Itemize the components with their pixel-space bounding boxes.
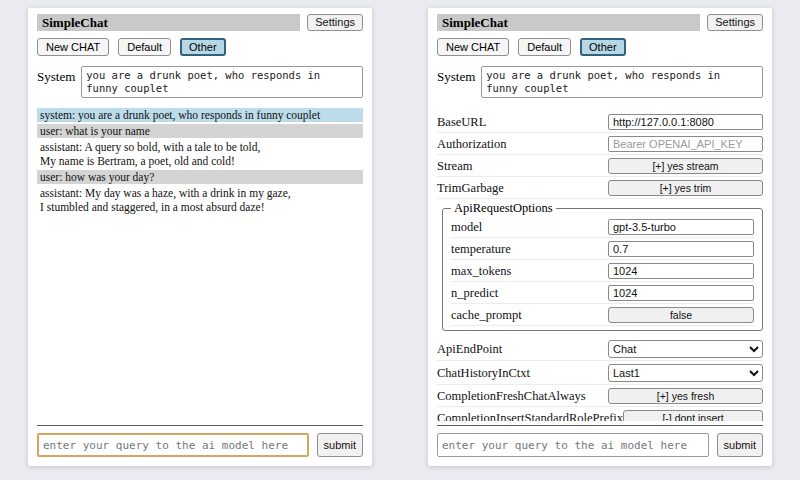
session-tab-default[interactable]: Default (118, 38, 171, 56)
setting-control-stream: [+] yes stream (608, 158, 763, 174)
api-request-options-fieldset: ApiRequestOptions modeltemperaturemax_to… (442, 201, 763, 331)
setting-row-cache-prompt: cache_promptfalse (451, 305, 754, 326)
setting-control-temperature (608, 241, 754, 257)
setting-control-n-predict (608, 285, 754, 301)
setting-label-stream: Stream (437, 159, 608, 174)
setting-label-temperature: temperature (451, 242, 608, 257)
setting-row-stream: Stream[+] yes stream (437, 156, 763, 177)
setting-cache-prompt-toggle[interactable]: false (608, 307, 754, 323)
setting-n-predict-input[interactable] (608, 285, 754, 301)
setting-max-tokens-input[interactable] (608, 263, 754, 279)
setting-trimgarbage-toggle[interactable]: [+] yes trim (608, 180, 763, 196)
chat-message-list: system: you are a drunk poet, who respon… (37, 108, 363, 421)
settings-rows-top: BaseURLAuthorizationStream[+] yes stream… (437, 112, 763, 199)
query-divider (37, 425, 363, 426)
setting-control-completioninsertstandardroleprefix: [-] dont insert (623, 410, 763, 421)
setting-row-trimgarbage: TrimGarbage[+] yes trim (437, 178, 763, 199)
chat-panel: SimpleChat Settings New CHAT Default Oth… (28, 8, 372, 466)
system-prompt-row: System you are a drunk poet, who respond… (37, 66, 363, 98)
submit-button[interactable]: submit (717, 433, 763, 457)
setting-row-completioninsertstandardroleprefix: CompletionInsertStandardRolePrefix[-] do… (437, 408, 763, 421)
chat-message-system: system: you are a drunk poet, who respon… (37, 108, 363, 122)
system-prompt-row: System you are a drunk poet, who respond… (437, 66, 763, 98)
setting-row-temperature: temperature (451, 239, 754, 260)
setting-control-baseurl (608, 114, 763, 130)
setting-control-authorization (608, 136, 763, 152)
setting-model-input[interactable] (608, 219, 754, 235)
new-chat-button[interactable]: New CHAT (37, 38, 109, 56)
query-row: submit (437, 433, 763, 457)
setting-stream-toggle[interactable]: [+] yes stream (608, 158, 763, 174)
settings-form: BaseURLAuthorizationStream[+] yes stream… (437, 112, 763, 421)
setting-label-chathistoryinctxt: ChatHistoryInCtxt (437, 366, 608, 381)
session-toolbar: New CHAT Default Other (437, 38, 763, 56)
setting-authorization-input[interactable] (608, 136, 763, 152)
query-divider (437, 425, 763, 426)
setting-completioninsertstandardroleprefix-toggle[interactable]: [-] dont insert (623, 410, 763, 421)
query-row: submit (37, 433, 363, 457)
setting-label-n-predict: n_predict (451, 286, 608, 301)
setting-label-completionfreshchatalways: CompletionFreshChatAlways (437, 389, 608, 404)
page: SimpleChat Settings New CHAT Default Oth… (0, 0, 800, 474)
submit-button[interactable]: submit (317, 433, 363, 457)
settings-rows-bottom: ApiEndPointChatChatHistoryInCtxtLast1Com… (437, 338, 763, 421)
setting-label-baseurl: BaseURL (437, 115, 608, 130)
system-prompt-input[interactable]: you are a drunk poet, who responds in fu… (81, 66, 363, 98)
system-prompt-input[interactable]: you are a drunk poet, who responds in fu… (481, 66, 763, 98)
setting-label-model: model (451, 220, 608, 235)
setting-label-completioninsertstandardroleprefix: CompletionInsertStandardRolePrefix (437, 411, 623, 422)
setting-row-max-tokens: max_tokens (451, 261, 754, 282)
settings-panel: SimpleChat Settings New CHAT Default Oth… (428, 8, 772, 466)
setting-baseurl-input[interactable] (608, 114, 763, 130)
setting-row-authorization: Authorization (437, 134, 763, 155)
setting-control-chathistoryinctxt: Last1 (608, 364, 763, 382)
session-tab-other[interactable]: Other (180, 38, 226, 56)
setting-label-apiendpoint: ApiEndPoint (437, 342, 608, 357)
settings-panel-header: SimpleChat Settings (437, 14, 763, 31)
settings-button[interactable]: Settings (707, 14, 763, 31)
setting-control-trimgarbage: [+] yes trim (608, 180, 763, 196)
setting-label-trimgarbage: TrimGarbage (437, 181, 608, 196)
query-input[interactable] (37, 433, 309, 457)
chat-message-user: user: how was your day? (37, 170, 363, 184)
chat-message-assistant: assistant: A query so bold, with a tale … (37, 140, 363, 168)
api-request-options-legend: ApiRequestOptions (451, 201, 556, 216)
system-label: System (37, 66, 75, 98)
setting-label-cache-prompt: cache_prompt (451, 308, 608, 323)
chat-message-user: user: what is your name (37, 124, 363, 138)
setting-control-cache-prompt: false (608, 307, 754, 323)
setting-chathistoryinctxt-select[interactable]: Last1 (608, 364, 763, 382)
setting-label-max-tokens: max_tokens (451, 264, 608, 279)
app-title: SimpleChat (37, 14, 300, 31)
setting-completionfreshchatalways-toggle[interactable]: [+] yes fresh (608, 388, 763, 404)
setting-row-n-predict: n_predict (451, 283, 754, 304)
session-tab-other[interactable]: Other (580, 38, 626, 56)
setting-temperature-input[interactable] (608, 241, 754, 257)
query-input[interactable] (437, 433, 709, 457)
setting-row-completionfreshchatalways: CompletionFreshChatAlways[+] yes fresh (437, 386, 763, 407)
chat-panel-header: SimpleChat Settings (37, 14, 363, 31)
settings-button[interactable]: Settings (307, 14, 363, 31)
setting-label-authorization: Authorization (437, 137, 608, 152)
system-label: System (437, 66, 475, 98)
setting-row-baseurl: BaseURL (437, 112, 763, 133)
app-title: SimpleChat (437, 14, 700, 31)
setting-row-model: model (451, 217, 754, 238)
settings-rows-api: modeltemperaturemax_tokensn_predictcache… (451, 217, 754, 326)
setting-row-apiendpoint: ApiEndPointChat (437, 338, 763, 361)
setting-control-apiendpoint: Chat (608, 340, 763, 358)
setting-control-max-tokens (608, 263, 754, 279)
new-chat-button[interactable]: New CHAT (437, 38, 509, 56)
setting-apiendpoint-select[interactable]: Chat (608, 340, 763, 358)
session-toolbar: New CHAT Default Other (37, 38, 363, 56)
setting-control-model (608, 219, 754, 235)
session-tab-default[interactable]: Default (518, 38, 571, 56)
chat-message-assistant: assistant: My day was a haze, with a dri… (37, 186, 363, 214)
setting-row-chathistoryinctxt: ChatHistoryInCtxtLast1 (437, 362, 763, 385)
setting-control-completionfreshchatalways: [+] yes fresh (608, 388, 763, 404)
